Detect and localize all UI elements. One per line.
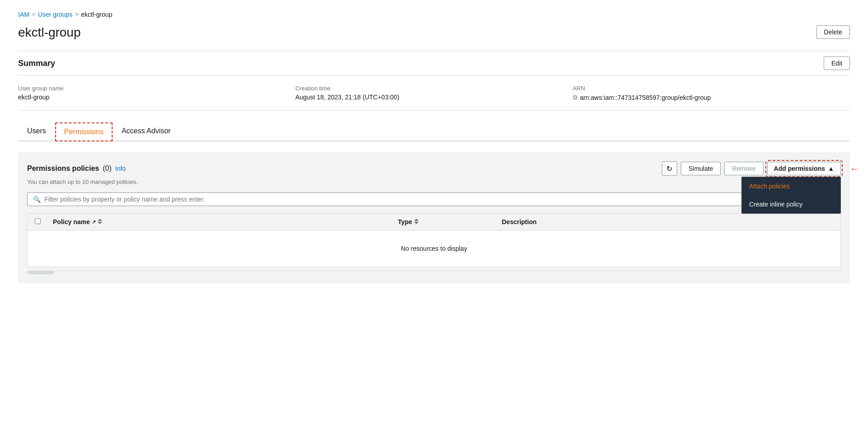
attach-policies-item[interactable]: Attach policies bbox=[742, 177, 840, 195]
edit-button[interactable]: Edit bbox=[824, 56, 850, 70]
scrollbar-track bbox=[27, 271, 54, 274]
creation-time-label: Creation time bbox=[295, 85, 572, 92]
dropdown-arrow-indicator: ← bbox=[850, 164, 859, 174]
tab-permissions[interactable]: Permissions bbox=[55, 122, 113, 141]
permissions-header: Permissions policies (0) Info ↻ Simulate… bbox=[27, 161, 841, 176]
col-policy-name-label: Policy name bbox=[53, 218, 90, 225]
col-policy-name: Policy name ↗ bbox=[53, 218, 384, 225]
page-header: ekctl-group Delete bbox=[18, 25, 850, 40]
col-type: Type bbox=[398, 218, 488, 225]
permissions-title-text: Permissions policies bbox=[27, 164, 99, 173]
tab-access-advisor[interactable]: Access Advisor bbox=[113, 122, 179, 141]
add-permissions-arrow-icon: ▲ bbox=[828, 165, 834, 172]
col-description-label: Description bbox=[502, 218, 537, 225]
table-empty-message: No resources to display bbox=[28, 230, 840, 267]
add-permissions-button[interactable]: Add permissions ▲ bbox=[767, 162, 841, 175]
arn-value: arn:aws:iam::747314758597:group/ekctl-gr… bbox=[580, 94, 711, 101]
user-group-name-label: User group name bbox=[18, 85, 295, 92]
simulate-button[interactable]: Simulate bbox=[681, 162, 721, 175]
summary-grid: User group name ekctl-group Creation tim… bbox=[18, 76, 850, 111]
search-input[interactable] bbox=[44, 196, 835, 203]
select-all-checkbox[interactable] bbox=[35, 218, 41, 224]
breadcrumb-current: ekctl-group bbox=[81, 11, 112, 18]
breadcrumb-user-groups[interactable]: User groups bbox=[38, 11, 72, 18]
remove-button[interactable]: Remove bbox=[724, 162, 763, 175]
search-bar: 🔍 bbox=[27, 192, 841, 206]
add-permissions-dropdown: Attach policies Create inline policy bbox=[741, 177, 841, 214]
delete-button[interactable]: Delete bbox=[816, 25, 850, 39]
checkbox-header[interactable] bbox=[35, 218, 53, 225]
col-type-label: Type bbox=[398, 218, 412, 225]
col-description: Description bbox=[502, 218, 833, 225]
create-inline-policy-item[interactable]: Create inline policy bbox=[742, 195, 840, 213]
policies-table: Policy name ↗ Type bbox=[27, 213, 841, 267]
svg-marker-3 bbox=[414, 222, 419, 224]
permissions-section: Permissions policies (0) Info ↻ Simulate… bbox=[18, 152, 850, 283]
page-wrapper: IAM > User groups > ekctl-group ekctl-gr… bbox=[0, 0, 868, 441]
permissions-title: Permissions policies (0) Info bbox=[27, 164, 126, 173]
summary-section: Summary Edit User group name ekctl-group… bbox=[18, 51, 850, 111]
svg-marker-2 bbox=[414, 219, 419, 221]
user-group-name-field: User group name ekctl-group bbox=[18, 85, 295, 101]
refresh-button[interactable]: ↻ bbox=[662, 161, 677, 176]
tabs: Users Permissions Access Advisor bbox=[18, 122, 850, 141]
svg-marker-0 bbox=[98, 219, 102, 221]
scrollbar-container[interactable] bbox=[27, 271, 841, 274]
col-policy-name-sort[interactable] bbox=[98, 218, 102, 225]
permissions-count: (0) bbox=[103, 164, 112, 173]
arn-field: ARN ⧉ arn:aws:iam::747314758597:group/ek… bbox=[573, 85, 850, 101]
tab-users[interactable]: Users bbox=[18, 122, 55, 141]
external-link-icon: ↗ bbox=[92, 219, 96, 225]
page-title: ekctl-group bbox=[18, 25, 81, 40]
table-header: Policy name ↗ Type bbox=[28, 214, 840, 230]
breadcrumb-iam[interactable]: IAM bbox=[18, 11, 29, 18]
permissions-subtitle: You can attach up to 10 managed policies… bbox=[27, 178, 841, 185]
svg-marker-1 bbox=[98, 222, 102, 224]
add-permissions-label: Add permissions bbox=[774, 165, 826, 172]
copy-icon[interactable]: ⧉ bbox=[573, 94, 577, 101]
creation-time-value: August 18, 2023, 21:18 (UTC+03:00) bbox=[295, 94, 572, 101]
arn-label: ARN bbox=[573, 85, 850, 92]
creation-time-field: Creation time August 18, 2023, 21:18 (UT… bbox=[295, 85, 572, 101]
breadcrumb-sep-1: > bbox=[32, 11, 35, 18]
user-group-name-value: ekctl-group bbox=[18, 94, 295, 101]
breadcrumb: IAM > User groups > ekctl-group bbox=[18, 11, 850, 18]
permissions-actions: ↻ Simulate Remove Add permissions ▲ Atta… bbox=[662, 161, 841, 176]
col-type-sort[interactable] bbox=[414, 218, 419, 225]
summary-header: Summary Edit bbox=[18, 51, 850, 76]
search-icon: 🔍 bbox=[33, 196, 41, 203]
arn-value-container: ⧉ arn:aws:iam::747314758597:group/ekctl-… bbox=[573, 94, 850, 101]
summary-title: Summary bbox=[18, 59, 55, 68]
breadcrumb-sep-2: > bbox=[75, 11, 78, 18]
info-link[interactable]: Info bbox=[115, 165, 126, 172]
